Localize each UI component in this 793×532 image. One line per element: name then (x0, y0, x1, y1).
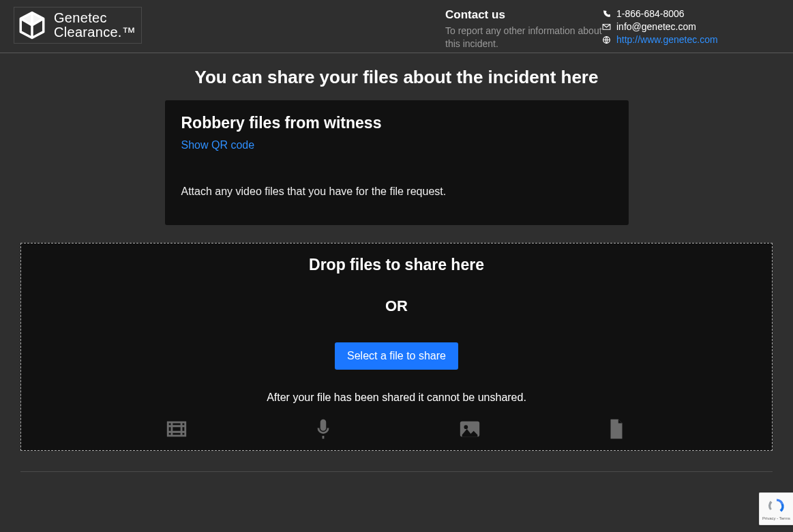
brand-line1: Genetec (54, 11, 136, 25)
show-qr-link[interactable]: Show QR code (181, 139, 255, 151)
phone-row: 1-866-684-8006 (602, 8, 779, 19)
request-title: Robbery files from witness (181, 114, 612, 132)
file-type-icons (35, 417, 758, 441)
svg-point-2 (464, 425, 468, 429)
request-card: Robbery files from witness Show QR code … (165, 100, 629, 225)
email-address: info@genetec.com (616, 21, 696, 32)
image-icon (458, 417, 481, 441)
contact-description: To report any other information about th… (445, 25, 602, 50)
email-row: info@genetec.com (602, 21, 779, 32)
document-icon (605, 417, 628, 441)
phone-icon (602, 10, 611, 18)
or-separator: OR (35, 297, 758, 315)
dropzone-note: After your file has been shared it canno… (35, 391, 758, 404)
brand-logo[interactable]: Genetec Clearance.™ (14, 7, 142, 44)
mail-icon (602, 23, 611, 31)
footer-divider (20, 471, 773, 473)
website-row: http://www.genetec.com (602, 34, 779, 45)
dropzone-title: Drop files to share here (35, 256, 758, 274)
microphone-icon (312, 417, 335, 441)
request-description: Attach any video files that you have for… (181, 186, 612, 198)
globe-icon (602, 35, 611, 44)
header: Genetec Clearance.™ Contact us To report… (0, 0, 793, 53)
website-link[interactable]: http://www.genetec.com (616, 34, 718, 45)
contact-details: 1-866-684-8006 info@genetec.com http://w… (602, 7, 779, 47)
contact-title: Contact us (445, 8, 602, 22)
brand-line2: Clearance.™ (54, 25, 136, 40)
page-title: You can share your files about the incid… (20, 67, 773, 88)
brand-text: Genetec Clearance.™ (54, 11, 136, 40)
main-content: You can share your files about the incid… (0, 53, 793, 473)
recaptcha-links: Privacy - Terms (762, 516, 790, 520)
select-file-button[interactable]: Select a file to share (335, 342, 458, 370)
contact-block: Contact us To report any other informati… (445, 7, 602, 50)
video-icon (165, 417, 188, 441)
phone-number: 1-866-684-8006 (616, 8, 685, 19)
file-dropzone[interactable]: Drop files to share here OR Select a fil… (20, 243, 773, 451)
recaptcha-icon (767, 497, 786, 515)
recaptcha-badge[interactable]: Privacy - Terms (759, 492, 793, 525)
genetec-cube-icon (17, 10, 47, 40)
